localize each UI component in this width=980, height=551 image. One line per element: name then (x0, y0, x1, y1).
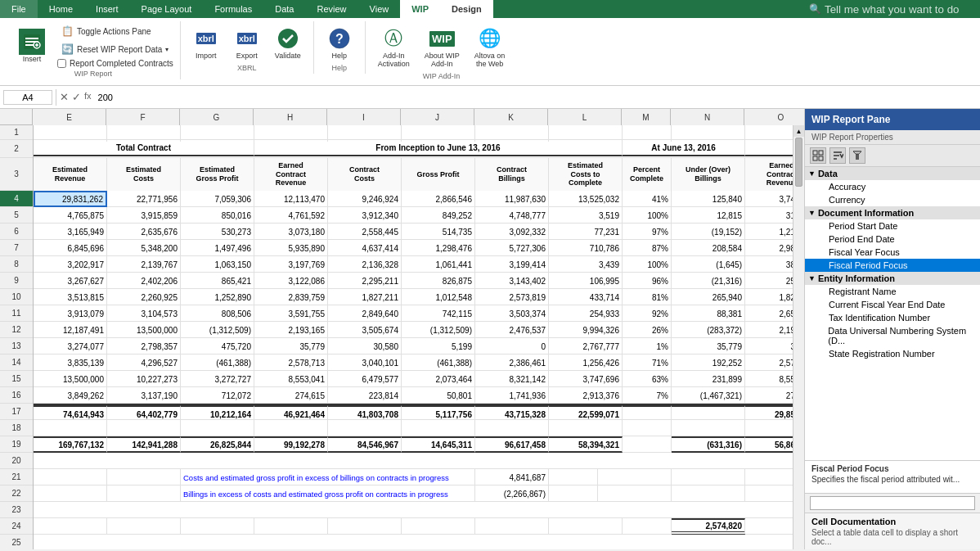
cell-f15[interactable]: 10,227,273 (107, 371, 181, 387)
tax-id-item[interactable]: Tax Identification Number (805, 311, 980, 324)
cell-e9[interactable]: 3,267,627 (34, 273, 107, 289)
cell-k8[interactable]: 3,199,414 (475, 256, 549, 273)
entity-info-section-header[interactable]: ▼ Entity Information (805, 272, 980, 285)
cell-estimated-costs-header[interactable]: EstimatedCosts (107, 158, 181, 191)
cell-n4[interactable]: 125,840 (672, 191, 745, 207)
tab-view[interactable]: View (358, 0, 401, 18)
cell-h14[interactable]: 2,578,713 (254, 355, 328, 371)
cell-k1[interactable] (475, 125, 549, 142)
cell-h7[interactable]: 5,935,890 (254, 240, 328, 256)
cell-j16[interactable]: 50,801 (402, 387, 475, 404)
cell-i6[interactable]: 2,558,445 (328, 224, 402, 240)
cell-e19[interactable]: 169,767,132 (34, 436, 107, 453)
cell-k14[interactable]: 2,386,461 (475, 355, 549, 371)
row-header-19[interactable]: 19 (0, 436, 33, 453)
cell-m18[interactable] (623, 420, 672, 436)
cell-e8[interactable]: 3,202,917 (34, 256, 107, 273)
cell-n11[interactable]: 88,381 (672, 305, 745, 322)
row-header-6[interactable]: 6 (0, 224, 33, 240)
insert-function-icon[interactable]: fx (84, 91, 92, 103)
cell-f7[interactable]: 5,348,200 (107, 240, 181, 256)
cell-o15[interactable]: 8,553,041 (745, 371, 793, 387)
cell-k17[interactable]: 43,715,328 (475, 405, 549, 422)
scroll-thumb[interactable] (795, 138, 802, 187)
property-input[interactable] (810, 496, 975, 510)
cell-l24[interactable] (549, 518, 623, 535)
cell-h10[interactable]: 2,839,759 (254, 289, 328, 305)
cell-k16[interactable]: 1,741,936 (475, 387, 549, 404)
about-wip-button[interactable]: WIP About WIPAdd-In (419, 23, 465, 70)
tab-wip[interactable]: WIP (400, 0, 440, 18)
cell-contract-costs-header[interactable]: ContractCosts (328, 158, 402, 191)
cell-j7[interactable]: 1,298,476 (402, 240, 475, 256)
cell-n19[interactable]: (631,316) (672, 436, 745, 453)
cell-reference-input[interactable] (3, 90, 52, 105)
cell-j17[interactable]: 5,117,756 (402, 405, 475, 422)
tab-insert[interactable]: Insert (84, 0, 130, 18)
cell-m17[interactable] (623, 405, 672, 422)
row-header-10[interactable]: 10 (0, 289, 33, 305)
col-header-k[interactable]: K (474, 109, 548, 125)
cell-f14[interactable]: 4,296,527 (107, 355, 181, 371)
row-header-24[interactable]: 24 (0, 518, 33, 535)
cell-o4[interactable]: 3,740,588 (745, 191, 793, 207)
col-header-l[interactable]: L (548, 109, 622, 125)
cell-o17[interactable]: 29,854,173 (745, 405, 793, 422)
cell-o12[interactable]: 2,193,165 (745, 322, 793, 338)
cell-for-period[interactable]: For the Period Ended June 13, 2016 (745, 140, 793, 156)
cell-i13[interactable]: 30,580 (328, 338, 402, 355)
cell-m1[interactable] (623, 125, 672, 142)
cell-n1[interactable] (672, 125, 745, 142)
period-start-item[interactable]: Period Start Date (805, 219, 980, 233)
cell-i24[interactable] (328, 518, 402, 535)
help-button[interactable]: ? Help (321, 23, 358, 62)
cell-f1[interactable] (107, 125, 181, 142)
row-header-17[interactable]: 17 (0, 404, 33, 420)
cell-o24[interactable] (745, 518, 793, 535)
cell-o13[interactable]: 35,779 (745, 338, 793, 355)
cell-k11[interactable]: 3,503,374 (475, 305, 549, 322)
toggle-actions-btn[interactable]: 📋 Toggle Actions Pane (57, 23, 173, 39)
cell-j6[interactable]: 514,735 (402, 224, 475, 240)
fiscal-year-end-item[interactable]: Current Fiscal Year End Date (805, 298, 980, 311)
cell-l5[interactable]: 3,519 (549, 207, 623, 224)
scroll-up-btn[interactable]: ▲ (793, 125, 804, 137)
col-header-h[interactable]: H (254, 109, 327, 125)
cell-j13[interactable]: 5,199 (402, 338, 475, 355)
cell-earned-contract-revenue2-header[interactable]: EarnedContractRevenue (745, 158, 793, 191)
cell-o5[interactable]: 319,663 (745, 207, 793, 224)
row-header-3[interactable]: 3 (0, 158, 33, 191)
data-section-header[interactable]: ▼ Data (805, 167, 980, 180)
cell-estimated-revenue-header[interactable]: EstimatedRevenue (34, 158, 107, 191)
row-header-18[interactable]: 18 (0, 420, 33, 436)
cell-o14[interactable]: 2,578,713 (745, 355, 793, 371)
cell-o19[interactable]: 56,863,606 (745, 436, 793, 453)
cell-m6[interactable]: 97% (623, 224, 672, 240)
cell-g18[interactable] (181, 420, 254, 436)
cell-m9[interactable]: 96% (623, 273, 672, 289)
cell-j19[interactable]: 14,645,311 (402, 436, 475, 453)
row-header-15[interactable]: 15 (0, 371, 33, 387)
cell-m16[interactable]: 7% (623, 387, 672, 404)
period-end-item[interactable]: Period End Date (805, 233, 980, 246)
cell-e7[interactable]: 6,845,696 (34, 240, 107, 256)
cell-l1[interactable] (549, 125, 623, 142)
cell-n14[interactable]: 192,252 (672, 355, 745, 371)
cell-n16[interactable]: (1,467,321) (672, 387, 745, 404)
cell-h16[interactable]: 274,615 (254, 387, 328, 404)
cell-l6[interactable]: 77,231 (549, 224, 623, 240)
row-header-11[interactable]: 11 (0, 305, 33, 322)
cell-l19[interactable]: 58,394,321 (549, 436, 623, 453)
cell-f4[interactable]: 22,771,956 (107, 191, 181, 207)
cell-g19[interactable]: 26,825,844 (181, 436, 254, 453)
cell-f12[interactable]: 13,500,000 (107, 322, 181, 338)
cancel-formula-icon[interactable]: ✕ (60, 91, 69, 103)
cell-gross-profit-header[interactable]: Gross Profit (402, 158, 475, 191)
cell-e5[interactable]: 4,765,875 (34, 207, 107, 224)
cell-e11[interactable]: 3,913,079 (34, 305, 107, 322)
cell-i12[interactable]: 3,505,674 (328, 322, 402, 338)
cell-j8[interactable]: 1,061,441 (402, 256, 475, 273)
row-header-7[interactable]: 7 (0, 240, 33, 256)
cell-l8[interactable]: 3,439 (549, 256, 623, 273)
row-header-4[interactable]: 4 (0, 191, 33, 207)
